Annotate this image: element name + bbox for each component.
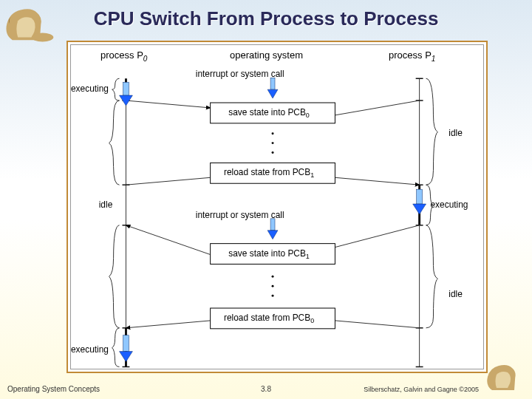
svg-rect-30 xyxy=(417,189,423,204)
box-save-pcb1: save state into PCB1 xyxy=(211,244,335,265)
arrow-down-icon xyxy=(120,82,133,106)
diagram-frame: process P0 operating system process P1 xyxy=(66,41,488,373)
svg-rect-29 xyxy=(123,82,129,95)
context-switch-svg: executing idle executing idle executing … xyxy=(71,45,483,369)
brace-p1-top xyxy=(426,78,438,185)
svg-point-16 xyxy=(272,142,274,144)
brace-p1-bottom xyxy=(426,225,438,328)
svg-point-19 xyxy=(272,285,274,287)
svg-text:save state into PCB0: save state into PCB0 xyxy=(228,107,310,119)
svg-point-17 xyxy=(272,151,274,154)
label-executing-p0-top: executing xyxy=(71,83,109,94)
brace-p0-top xyxy=(109,100,120,185)
arrow-down-icon xyxy=(267,219,278,239)
arrow-down-icon xyxy=(120,335,133,362)
arrow-down-icon xyxy=(413,189,426,214)
footer-authors: Silberschatz, Galvin and Gagne ©2005 xyxy=(364,386,479,393)
svg-rect-32 xyxy=(270,78,275,89)
label-executing-p1: executing xyxy=(431,200,468,210)
svg-text:reload state from PCB0: reload state from PCB0 xyxy=(224,313,314,324)
label-idle-p0: idle xyxy=(99,200,113,210)
brace-p0-bottom xyxy=(109,225,120,328)
box-reload-pcb0: reload state from PCB0 xyxy=(211,308,335,329)
page-title: CPU Switch From Process to Process xyxy=(0,7,532,30)
svg-point-0 xyxy=(32,33,54,42)
svg-point-20 xyxy=(272,295,274,297)
svg-text:save state into PCB1: save state into PCB1 xyxy=(228,248,310,260)
box-save-pcb0: save state into PCB0 xyxy=(211,103,335,123)
svg-point-15 xyxy=(272,132,274,134)
svg-point-18 xyxy=(272,276,274,278)
diagram: process P0 operating system process P1 xyxy=(70,44,484,369)
arrow-down-icon xyxy=(267,78,278,98)
label-executing-p0-bottom: executing xyxy=(71,344,109,355)
label-idle-p1-bottom: idle xyxy=(449,289,463,299)
box-reload-pcb1: reload state from PCB1 xyxy=(211,163,335,183)
svg-rect-33 xyxy=(270,219,275,231)
label-idle-p1-top: idle xyxy=(449,128,463,138)
svg-text:reload state from PCB1: reload state from PCB1 xyxy=(224,167,314,179)
svg-rect-31 xyxy=(123,335,129,352)
